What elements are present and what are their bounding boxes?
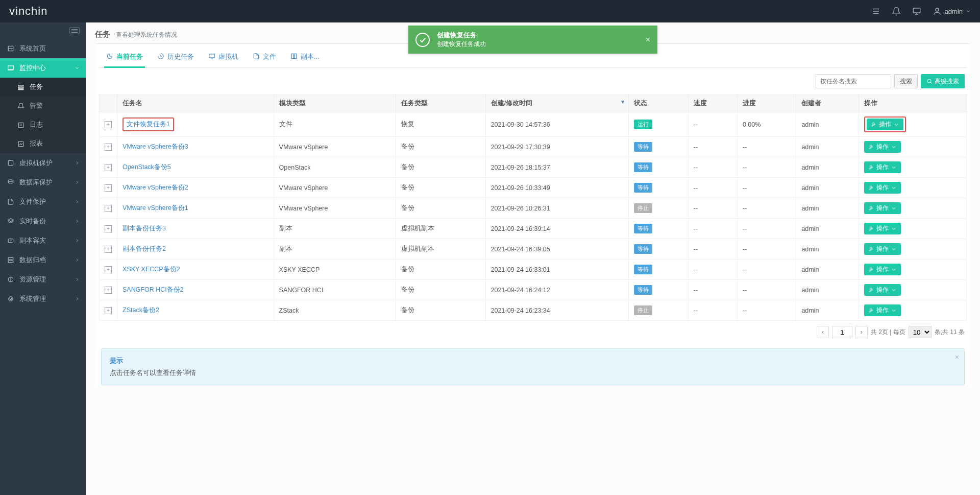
expand-row-button[interactable]: + (105, 144, 112, 151)
chevron-down-icon (891, 164, 897, 171)
expand-row-button[interactable]: + (105, 184, 112, 192)
user-icon (933, 7, 942, 16)
tab-0[interactable]: 当前任务 (104, 49, 145, 67)
svg-rect-9 (8, 66, 14, 69)
monitor-icon[interactable] (912, 7, 921, 16)
expand-row-button[interactable]: + (105, 307, 112, 314)
page-size-select[interactable]: 10 (909, 326, 932, 338)
next-page-button[interactable]: › (855, 326, 868, 338)
sidebar-subitem-1[interactable]: 告警 (0, 97, 86, 115)
row-action-button[interactable]: 操作 (864, 304, 901, 316)
hint-close-icon[interactable]: × (955, 353, 959, 361)
wrench-icon (868, 144, 874, 150)
bell-icon[interactable] (892, 7, 901, 16)
tab-4[interactable]: 副本... (288, 49, 322, 67)
toast-close-icon[interactable]: × (646, 35, 650, 44)
chevron-right-icon (75, 238, 80, 243)
row-action-button[interactable]: 操作 (864, 161, 901, 173)
sidebar-item-5[interactable]: 实时备份 (0, 211, 86, 231)
task-link[interactable]: XSKY XECCP备份2 (122, 266, 180, 273)
sidebar-item-7[interactable]: 数据归档 (0, 250, 86, 270)
task-link[interactable]: 文件恢复任务1 (127, 121, 170, 128)
expand-row-button[interactable]: + (105, 121, 112, 128)
expand-row-button[interactable]: + (105, 205, 112, 212)
task-link[interactable]: 副本备份任务2 (122, 245, 166, 252)
col-header-0[interactable] (100, 95, 117, 112)
user-menu[interactable]: admin (933, 7, 971, 16)
row-action-button[interactable]: 操作 (864, 202, 901, 214)
col-header-4[interactable]: 创建/修改时间▼ (485, 95, 628, 112)
search-input[interactable] (816, 74, 891, 88)
sidebar-item-1[interactable]: 监控中心 (0, 58, 86, 78)
svg-rect-20 (8, 239, 13, 243)
col-header-3[interactable]: 任务类型 (396, 95, 485, 112)
svg-line-30 (930, 82, 932, 84)
row-action-button[interactable]: 操作 (864, 264, 901, 275)
search-button[interactable]: 搜索 (894, 74, 918, 88)
svg-point-24 (10, 298, 12, 300)
toast-success: 创建恢复任务 创建恢复任务成功 × (408, 26, 657, 54)
sidebar-item-0[interactable]: 系统首页 (0, 39, 86, 58)
chevron-right-icon (75, 277, 80, 282)
col-header-9[interactable]: 操作 (859, 95, 967, 112)
row-action-button[interactable]: 操作 (864, 284, 901, 296)
col-header-1[interactable]: 任务名 (117, 95, 274, 112)
list-icon[interactable] (871, 7, 880, 16)
task-link[interactable]: 副本备份任务3 (122, 225, 166, 232)
task-link[interactable]: VMware vSphere备份1 (122, 204, 188, 211)
chevron-down-icon (891, 226, 897, 232)
sidebar-item-4[interactable]: 文件保护 (0, 192, 86, 211)
row-action-button[interactable]: 操作 (864, 243, 901, 255)
row-action-button[interactable]: 操作 (864, 141, 901, 153)
sidebar-item-2[interactable]: 虚拟机保护 (0, 153, 86, 173)
row-action-button[interactable]: 操作 (864, 182, 901, 194)
tab-3[interactable]: 文件 (251, 49, 278, 67)
wrench-icon (868, 267, 874, 273)
tab-1[interactable]: 历史任务 (155, 49, 196, 67)
tab-2[interactable]: 虚拟机 (206, 49, 240, 67)
hint-box: 提示 点击任务名可以查看任务详情 × (101, 348, 965, 385)
page-subtitle: 查看处理系统任务情况 (116, 31, 177, 38)
chevron-down-icon (893, 122, 899, 128)
status-badge: 等待 (634, 244, 652, 254)
expand-row-button[interactable]: + (105, 164, 112, 171)
sidebar-collapse[interactable] (0, 22, 86, 39)
task-link[interactable]: OpenStack备份5 (122, 163, 171, 171)
row-action-button[interactable]: 操作 (864, 223, 901, 234)
col-header-8[interactable]: 创建者 (796, 95, 859, 112)
expand-row-button[interactable]: + (105, 287, 112, 294)
col-header-2[interactable]: 模块类型 (274, 95, 396, 112)
sidebar-item-8[interactable]: 资源管理 (0, 270, 86, 289)
advanced-search-button[interactable]: 高级搜索 (921, 74, 965, 88)
sidebar-subitem-3[interactable]: 报表 (0, 134, 86, 153)
status-badge: 等待 (634, 224, 652, 233)
task-link[interactable]: SANGFOR HCI备份2 (122, 286, 184, 293)
page-input[interactable] (832, 326, 852, 338)
svg-rect-12 (18, 87, 23, 88)
chevron-down-icon (891, 267, 897, 273)
expand-row-button[interactable]: + (105, 225, 112, 232)
sidebar-item-3[interactable]: 数据库保护 (0, 173, 86, 192)
table-row: +VMware vSphere备份3VMware vSphere备份2021-0… (100, 137, 967, 157)
sidebar-subitem-2[interactable]: 日志 (0, 115, 86, 134)
chevron-right-icon (75, 219, 80, 224)
tab-icon-4 (290, 53, 298, 61)
col-header-6[interactable]: 速度 (688, 95, 737, 112)
status-badge: 等待 (634, 142, 652, 152)
sidebar-item-9[interactable]: 系统管理 (0, 289, 86, 309)
col-header-7[interactable]: 进度 (737, 95, 796, 112)
sidebar-item-6[interactable]: 副本容灾 (0, 231, 86, 250)
task-link[interactable]: VMware vSphere备份3 (122, 143, 188, 150)
prev-page-button[interactable]: ‹ (817, 326, 829, 338)
task-link[interactable]: VMware vSphere备份2 (122, 184, 188, 191)
status-badge: 停止 (634, 305, 652, 315)
wrench-icon (868, 246, 874, 252)
sidebar-subitem-0[interactable]: 任务 (0, 78, 86, 97)
tab-icon-0 (106, 53, 113, 61)
expand-row-button[interactable]: + (105, 246, 112, 253)
expand-row-button[interactable]: + (105, 266, 112, 273)
hint-title: 提示 (110, 356, 956, 365)
col-header-5[interactable]: 状态 (629, 95, 689, 112)
task-link[interactable]: ZStack备份2 (122, 307, 159, 314)
row-action-button[interactable]: 操作 (867, 119, 903, 130)
